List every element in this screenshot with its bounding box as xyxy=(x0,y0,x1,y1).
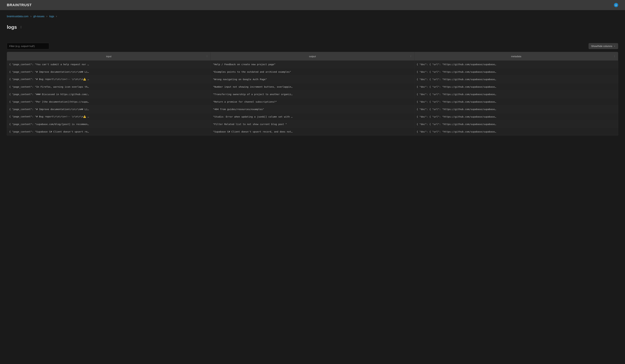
column-header-metadata[interactable]: metadata xyxy=(414,52,618,60)
cell-input[interactable]: { "page_content": "# Improve documentati… xyxy=(7,68,211,75)
svg-point-11 xyxy=(614,57,615,57)
cell-output[interactable]: "404 from guides/resources/examples" xyxy=(211,106,414,113)
svg-point-4 xyxy=(207,56,207,56)
column-menu-kebab-icon[interactable] xyxy=(410,55,412,57)
column-header-label: metadata xyxy=(511,55,521,58)
cell-metadata[interactable]: { "doc": { "url": "https://github.com/su… xyxy=(414,120,618,128)
cell-metadata[interactable]: { "doc": { "url": "https://github.com/su… xyxy=(414,106,618,113)
filter-input[interactable] xyxy=(7,43,49,49)
page-title-row: logs xyxy=(7,24,618,30)
cell-input[interactable]: { "page_content": "Supabase C# Client do… xyxy=(7,128,211,135)
columns-button-label: Show/hide columns xyxy=(591,45,612,48)
svg-point-3 xyxy=(207,56,207,56)
cell-output[interactable]: "Transferring ownership of a project to … xyxy=(211,90,414,98)
table-row[interactable]: { "page_content": "# Bug report\r\n\r\n<… xyxy=(7,113,618,120)
table-header-row: input output metadata xyxy=(7,52,618,60)
table-row[interactable]: { "page_content": "# Bug report\r\n\r\n<… xyxy=(7,75,618,83)
column-menu-kebab-icon[interactable] xyxy=(206,55,208,57)
cell-output[interactable]: "Filter Related list to not show current… xyxy=(211,120,414,128)
breadcrumb-item-page[interactable]: logs xyxy=(49,15,54,18)
cell-metadata[interactable]: { "doc": { "url": "https://github.com/su… xyxy=(414,76,618,83)
svg-point-6 xyxy=(411,56,411,56)
table-row[interactable]: { "page_content": "# Improve documentati… xyxy=(7,68,618,75)
svg-point-7 xyxy=(411,56,411,56)
column-header-label: output xyxy=(309,55,316,58)
brand-logo[interactable]: BRAINTRUST xyxy=(7,3,32,7)
svg-point-0 xyxy=(21,26,21,27)
app-header: BRAINTRUST A xyxy=(0,0,625,10)
controls-row: Show/hide columns xyxy=(7,43,618,49)
breadcrumb: braintrustdata.com gh-issues logs xyxy=(7,15,618,18)
show-hide-columns-button[interactable]: Show/hide columns xyxy=(589,43,618,49)
chevron-right-icon xyxy=(55,15,58,18)
avatar[interactable]: A xyxy=(614,3,618,7)
table-row[interactable]: { "page_content": "You can't submit a he… xyxy=(7,60,618,68)
cell-output[interactable]: "Number input not showing increment butt… xyxy=(211,83,414,90)
svg-point-9 xyxy=(614,56,615,56)
cell-metadata[interactable]: { "doc": { "url": "https://github.com/su… xyxy=(414,128,618,135)
breadcrumb-item-org[interactable]: braintrustdata.com xyxy=(7,15,29,18)
column-header-input[interactable]: input xyxy=(7,52,211,60)
cell-metadata[interactable]: { "doc": { "url": "https://github.com/su… xyxy=(414,68,618,75)
cell-output[interactable]: "Studio: Error when updating a jsonb[] c… xyxy=(211,113,414,120)
cell-metadata[interactable]: { "doc": { "url": "https://github.com/su… xyxy=(414,113,618,120)
cell-input[interactable]: { "page_content": "supabase.com/blog/[po… xyxy=(7,120,211,128)
cell-input[interactable]: { "page_content": "# Bug report\r\n\r\n<… xyxy=(7,76,211,83)
cell-output[interactable]: "Supabase C# Client doesn't upsert recor… xyxy=(211,128,414,135)
cell-metadata[interactable]: { "doc": { "url": "https://github.com/su… xyxy=(414,83,618,90)
table-row[interactable]: { "page_content": "Supabase C# Client do… xyxy=(7,128,618,135)
cell-input[interactable]: { "page_content": "# Improve documentati… xyxy=(7,106,211,113)
page-menu-kebab-icon[interactable] xyxy=(20,26,23,28)
cell-input[interactable]: { "page_content": "# Bug report\r\n\r\n<… xyxy=(7,113,211,120)
column-header-output[interactable]: output xyxy=(211,52,414,60)
table-row[interactable]: { "page_content": "In Firefox, warning i… xyxy=(7,83,618,90)
table-body: { "page_content": "You can't submit a he… xyxy=(7,60,618,135)
cell-input[interactable]: { "page_content": "You can't submit a he… xyxy=(7,61,211,68)
svg-point-1 xyxy=(21,27,21,27)
table-row[interactable]: { "page_content": "supabase.com/blog/[po… xyxy=(7,120,618,128)
cell-output[interactable]: "Help / Feedback on create new project p… xyxy=(211,61,414,68)
table-row[interactable]: { "page_content": "Per [the documentatio… xyxy=(7,98,618,105)
cell-output[interactable]: "Return a promise for channel subscripti… xyxy=(211,98,414,105)
column-header-label: input xyxy=(106,55,112,58)
logs-table: input output metadata { "page_content": … xyxy=(7,52,618,136)
chevron-right-icon xyxy=(46,15,48,18)
cell-metadata[interactable]: { "doc": { "url": "https://github.com/su… xyxy=(414,61,618,68)
cell-output[interactable]: "Wrong navigating on Google Auth Page" xyxy=(211,76,414,83)
cell-metadata[interactable]: { "doc": { "url": "https://github.com/su… xyxy=(414,98,618,105)
caret-down-icon xyxy=(614,45,616,47)
svg-point-5 xyxy=(207,57,207,57)
page-title: logs xyxy=(7,24,17,30)
cell-input[interactable]: { "page_content": "### Discussed in http… xyxy=(7,90,211,98)
svg-point-2 xyxy=(21,28,21,28)
cell-metadata[interactable]: { "doc": { "url": "https://github.com/su… xyxy=(414,90,618,98)
table-row[interactable]: { "page_content": "### Discussed in http… xyxy=(7,90,618,98)
cell-input[interactable]: { "page_content": "In Firefox, warning i… xyxy=(7,83,211,90)
cell-input[interactable]: { "page_content": "Per [the documentatio… xyxy=(7,98,211,105)
breadcrumb-item-project[interactable]: gh-issues xyxy=(33,15,44,18)
cell-output[interactable]: "Examples points to the outdated and arc… xyxy=(211,68,414,75)
chevron-right-icon xyxy=(30,15,32,18)
svg-point-8 xyxy=(411,57,411,57)
table-row[interactable]: { "page_content": "# Improve documentati… xyxy=(7,105,618,113)
svg-point-10 xyxy=(614,56,615,56)
column-menu-kebab-icon[interactable] xyxy=(613,55,616,57)
